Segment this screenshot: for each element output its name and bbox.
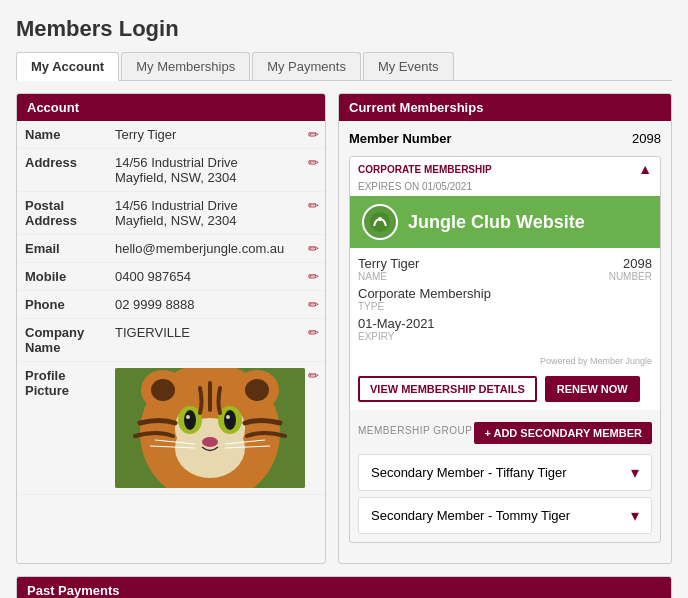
account-label-email: Email — [17, 235, 107, 263]
member-details-card: Terry Tiger NAME 2098 NUMBER Corporate M… — [350, 248, 660, 354]
edit-name-icon[interactable]: ✏ — [308, 127, 319, 142]
account-value-address: 14/56 Industrial DriveMayfield, NSW, 230… — [107, 149, 325, 192]
edit-postal-icon[interactable]: ✏ — [308, 198, 319, 213]
card-actions: VIEW MEMBERSHIP DETAILS RENEW NOW — [350, 368, 660, 410]
account-row-name: Name Terry Tiger ✏ — [17, 121, 325, 149]
svg-point-15 — [245, 379, 269, 401]
secondary-member-tiffany[interactable]: Secondary Member - Tiffany Tiger ▾ — [358, 454, 652, 491]
card-membership-type: Corporate Membership — [358, 286, 652, 301]
past-payments-panel: Past Payments Date Product Total ($) Sta… — [16, 576, 672, 598]
account-row-phone: Phone 02 9999 8888 ✏ — [17, 291, 325, 319]
account-row-mobile: Mobile 0400 987654 ✏ — [17, 263, 325, 291]
svg-point-21 — [378, 217, 382, 221]
page-title: Members Login — [16, 16, 672, 42]
account-row-company: CompanyName TIGERVILLE ✏ — [17, 319, 325, 362]
corporate-membership-card: CORPORATE MEMBERSHIP ▲ EXPIRES ON 01/05/… — [349, 156, 661, 543]
membership-group-label: MEMBERSHIP GROUP — [358, 425, 473, 436]
card-number-label: NUMBER — [609, 271, 652, 282]
account-value-company: TIGERVILLE ✏ — [107, 319, 325, 362]
account-table: Name Terry Tiger ✏ Address 14/56 Industr… — [17, 121, 325, 495]
svg-point-10 — [226, 415, 230, 419]
svg-point-7 — [184, 410, 196, 430]
renew-now-button[interactable]: RENEW NOW — [545, 376, 640, 402]
edit-mobile-icon[interactable]: ✏ — [308, 269, 319, 284]
memberships-panel: Current Memberships Member Number 2098 C… — [338, 93, 672, 564]
secondary-member-tommy[interactable]: Secondary Member - Tommy Tiger ▾ — [358, 497, 652, 534]
secondary-member-tiffany-label: Secondary Member - Tiffany Tiger — [371, 465, 567, 480]
corp-card-header: CORPORATE MEMBERSHIP ▲ — [350, 157, 660, 181]
tab-my-memberships[interactable]: My Memberships — [121, 52, 250, 80]
svg-point-20 — [370, 212, 390, 232]
past-payments-header: Past Payments — [17, 577, 671, 598]
memberships-header: Current Memberships — [339, 94, 671, 121]
account-value-picture: ✏ — [107, 362, 325, 495]
member-number-label: Member Number — [349, 131, 452, 146]
tab-my-account[interactable]: My Account — [16, 52, 119, 81]
powered-by-label: Powered by Member Jungle — [350, 354, 660, 368]
edit-phone-icon[interactable]: ✏ — [308, 297, 319, 312]
account-value-name: Terry Tiger ✏ — [107, 121, 325, 149]
corp-card-expires: EXPIRES ON 01/05/2021 — [350, 181, 660, 196]
jungle-logo — [362, 204, 398, 240]
account-value-email: hello@memberjungle.com.au ✏ — [107, 235, 325, 263]
view-membership-button[interactable]: VIEW MEMBERSHIP DETAILS — [358, 376, 537, 402]
account-value-postal: 14/56 Industrial DriveMayfield, NSW, 230… — [107, 192, 325, 235]
chevron-tiffany-icon: ▾ — [631, 463, 639, 482]
account-value-mobile: 0400 987654 ✏ — [107, 263, 325, 291]
svg-point-9 — [186, 415, 190, 419]
profile-picture — [115, 368, 305, 488]
account-label-company: CompanyName — [17, 319, 107, 362]
card-expiry: 01-May-2021 — [358, 316, 652, 331]
edit-email-icon[interactable]: ✏ — [308, 241, 319, 256]
jungle-site-name: Jungle Club Website — [408, 212, 585, 233]
member-number-value: 2098 — [632, 131, 661, 146]
membership-group-section: MEMBERSHIP GROUP + ADD SECONDARY MEMBER … — [350, 410, 660, 542]
account-label-postal: PostalAddress — [17, 192, 107, 235]
account-value-phone: 02 9999 8888 ✏ — [107, 291, 325, 319]
account-panel: Account Name Terry Tiger ✏ Address 14/56… — [16, 93, 326, 564]
card-expiry-label: EXPIRY — [358, 331, 652, 342]
account-label-name: Name — [17, 121, 107, 149]
corporate-type-label: CORPORATE MEMBERSHIP — [358, 164, 492, 175]
edit-company-icon[interactable]: ✏ — [308, 325, 319, 340]
jungle-banner: Jungle Club Website — [350, 196, 660, 248]
account-header: Account — [17, 94, 325, 121]
collapse-icon[interactable]: ▲ — [638, 161, 652, 177]
add-secondary-member-button[interactable]: + ADD SECONDARY MEMBER — [474, 422, 652, 444]
svg-point-8 — [224, 410, 236, 430]
account-row-picture: ProfilePicture — [17, 362, 325, 495]
account-label-address: Address — [17, 149, 107, 192]
account-label-phone: Phone — [17, 291, 107, 319]
edit-address-icon[interactable]: ✏ — [308, 155, 319, 170]
account-label-mobile: Mobile — [17, 263, 107, 291]
edit-picture-icon[interactable]: ✏ — [308, 368, 319, 383]
tab-bar: My Account My Memberships My Payments My… — [16, 52, 672, 81]
account-row-postal: PostalAddress 14/56 Industrial DriveMayf… — [17, 192, 325, 235]
card-member-number: 2098 — [609, 256, 652, 271]
card-name-label: NAME — [358, 271, 419, 282]
account-row-address: Address 14/56 Industrial DriveMayfield, … — [17, 149, 325, 192]
card-member-name: Terry Tiger — [358, 256, 419, 271]
account-label-picture: ProfilePicture — [17, 362, 107, 495]
tab-my-events[interactable]: My Events — [363, 52, 454, 80]
chevron-tommy-icon: ▾ — [631, 506, 639, 525]
member-number-row: Member Number 2098 — [349, 131, 661, 146]
account-row-email: Email hello@memberjungle.com.au ✏ — [17, 235, 325, 263]
tab-my-payments[interactable]: My Payments — [252, 52, 361, 80]
card-type-label: TYPE — [358, 301, 652, 312]
secondary-member-tommy-label: Secondary Member - Tommy Tiger — [371, 508, 570, 523]
svg-point-13 — [151, 379, 175, 401]
svg-point-11 — [202, 437, 218, 447]
